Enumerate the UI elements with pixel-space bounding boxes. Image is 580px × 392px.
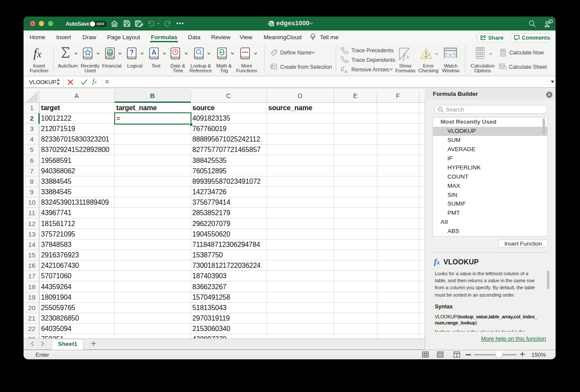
svg-text:x: x [406,54,409,60]
svg-text:?: ? [130,49,134,56]
svg-text:A: A [151,49,157,56]
svg-text:f: f [403,51,406,61]
